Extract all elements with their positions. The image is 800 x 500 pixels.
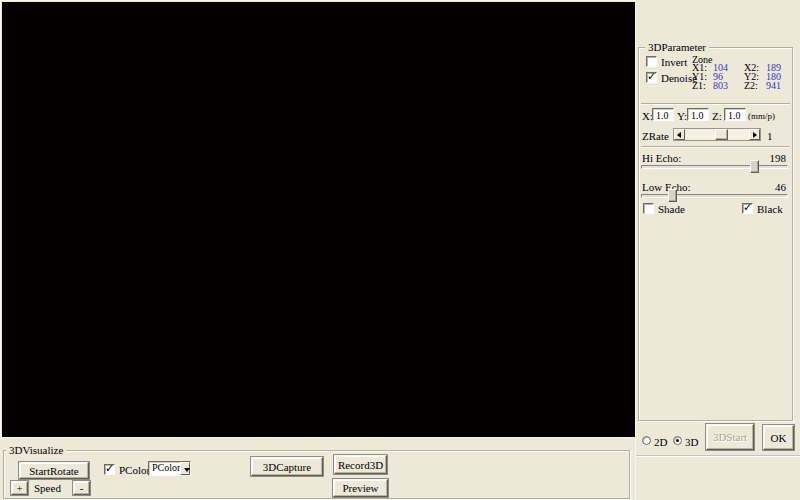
invert-label: Invert (661, 57, 687, 68)
mode-3d-radio[interactable] (673, 436, 682, 445)
zrate-thumb[interactable] (715, 129, 728, 140)
shade-checkbox[interactable] (643, 203, 654, 214)
speed-plus-button[interactable]: + (11, 481, 28, 495)
low-echo-track[interactable] (641, 194, 788, 198)
z-scale-input[interactable] (724, 108, 746, 121)
low-echo-slider[interactable] (641, 189, 788, 202)
panel-seam (636, 455, 800, 457)
zrate-left-arrow[interactable] (674, 129, 685, 140)
app-window: 3DParameter Invert Denoise Zone X1:104X2… (0, 0, 800, 500)
ultrasound-texture (160, 105, 445, 345)
parameter-panel: 3DParameter Invert Denoise Zone X1:104X2… (635, 0, 800, 500)
low-echo-thumb[interactable] (668, 189, 677, 202)
render-viewport[interactable] (2, 2, 635, 437)
black-checkbox[interactable] (742, 203, 753, 214)
ok-button[interactable]: OK (763, 425, 794, 450)
x-scale-input[interactable] (652, 108, 674, 121)
zrate-value: 1 (767, 131, 773, 142)
separator (641, 103, 790, 105)
shade-label: Shade (658, 204, 685, 215)
pcolor-checkbox[interactable] (104, 464, 115, 475)
invert-checkbox[interactable] (646, 56, 657, 67)
3dparameter-groupbox: 3DParameter Invert Denoise Zone X1:104X2… (638, 47, 793, 421)
scale-unit-label: (mm/p) (748, 111, 775, 122)
pcolor-label: PColor (119, 465, 150, 476)
denoise-checkbox[interactable] (646, 72, 657, 83)
black-label: Black (757, 204, 783, 215)
groupbox-title: 3DParameter (645, 41, 709, 54)
zrate-scrollbar[interactable] (673, 128, 761, 141)
pcolor-dropdown-value: PColor (149, 462, 180, 475)
y-scale-label: Y: (677, 111, 687, 122)
speed-label: Speed (34, 483, 61, 494)
left-arrow-icon (677, 132, 681, 138)
speed-minus-button[interactable]: - (73, 481, 90, 495)
chevron-down-icon (184, 468, 190, 472)
record3d-button[interactable]: Record3D (334, 455, 387, 474)
zrate-right-arrow[interactable] (749, 129, 760, 140)
mode-2d-label: 2D (654, 437, 667, 448)
ultrasound-3d-render[interactable] (170, 115, 435, 335)
hi-echo-thumb[interactable] (750, 160, 759, 173)
y-scale-input[interactable] (687, 108, 709, 121)
3dstart-button[interactable]: 3DStart (706, 424, 754, 450)
groupbox-title: 3DVisualize (6, 444, 66, 457)
hi-echo-track[interactable] (641, 165, 788, 169)
preview-button[interactable]: Preview (333, 479, 388, 497)
zrate-label: ZRate (642, 131, 669, 142)
separator (641, 146, 790, 148)
mode-3d-label: 3D (685, 437, 698, 448)
pcolor-dropdown[interactable]: PColor (148, 461, 191, 476)
zrate-track[interactable] (685, 129, 749, 140)
z-scale-label: Z: (712, 111, 722, 122)
start-rotate-button[interactable]: StartRotate (19, 462, 89, 479)
zone-row-z: Z1:803Z2:941 (692, 81, 794, 90)
3dvisualize-groupbox: 3DVisualize StartRotate + Speed - PColor… (3, 450, 630, 499)
right-arrow-icon (753, 132, 757, 138)
visualize-panel: 3DVisualize StartRotate + Speed - PColor… (0, 437, 635, 500)
hi-echo-slider[interactable] (641, 160, 788, 173)
mode-2d-radio[interactable] (642, 436, 651, 445)
3dcapture-button[interactable]: 3DCapture (251, 457, 323, 476)
dropdown-arrow-button[interactable] (180, 462, 190, 475)
